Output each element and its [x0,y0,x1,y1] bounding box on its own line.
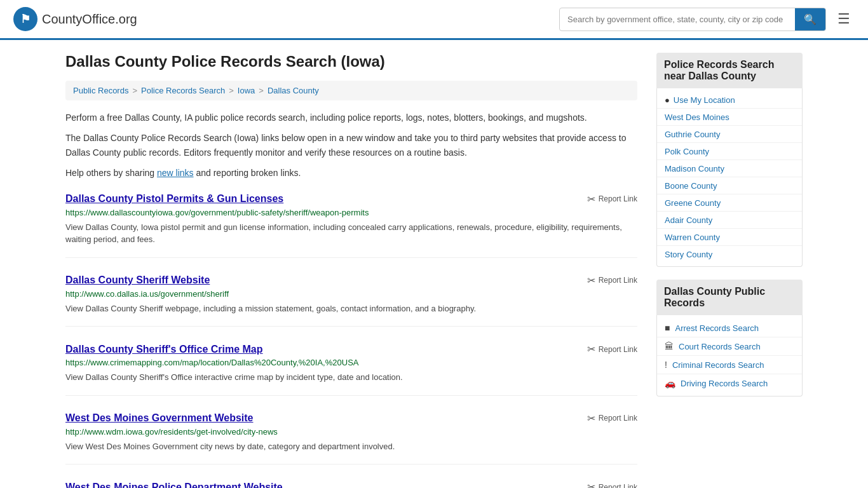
result-description: View Dallas County Sheriff's Office inte… [65,371,637,384]
result-url: https://www.dallascountyiowa.gov/governm… [65,208,637,217]
nearby-link[interactable]: Story County [665,250,712,259]
breadcrumb-iowa[interactable]: Iowa [238,86,255,95]
arrest-icon: ■ [665,323,670,333]
new-links-link[interactable]: new links [157,168,194,178]
nearby-list: ● Use My Location West Des Moines Guthri… [656,88,803,267]
main-container: Dallas County Police Records Search (Iow… [53,40,815,488]
result-description: View West Des Moines Government city new… [65,440,637,453]
nearby-link[interactable]: Polk County [665,147,709,156]
nearby-header: Police Records Search near Dallas County [656,53,803,88]
nearby-link[interactable]: Madison County [665,164,724,173]
nearby-link[interactable]: Warren County [665,233,720,242]
list-item[interactable]: Adair County [657,212,802,229]
list-item[interactable]: ! Criminal Records Search [657,356,802,374]
search-input[interactable] [560,10,795,29]
list-item[interactable]: Greene County [657,194,802,212]
nearby-link[interactable]: West Des Moines [665,112,729,122]
result-title[interactable]: Dallas County Sheriff's Office Crime Map [65,344,263,355]
result-item: Dallas County Sheriff Website ✂ Report L… [65,274,637,327]
list-item[interactable]: Guthrie County [657,126,802,143]
court-icon: 🏛 [665,341,674,351]
list-item[interactable]: West Des Moines [657,109,802,126]
result-title[interactable]: West Des Moines Police Department Websit… [65,482,283,488]
arrest-records-link[interactable]: Arrest Records Search [675,323,759,333]
result-title[interactable]: West Des Moines Government Website [65,412,253,424]
driving-icon: 🚗 [665,378,675,388]
report-link-button[interactable]: ✂ Report Link [587,343,637,355]
page-title: Dallas County Police Records Search (Iow… [65,53,637,71]
report-link-button[interactable]: ✂ Report Link [587,481,637,488]
menu-button[interactable]: ☰ [832,8,855,30]
nearby-link[interactable]: Adair County [665,215,712,225]
report-link-button[interactable]: ✂ Report Link [587,412,637,424]
result-item: Dallas County Sheriff's Office Crime Map… [65,343,637,396]
breadcrumb: Public Records > Police Records Search >… [65,81,637,100]
list-item[interactable]: Boone County [657,177,802,194]
intro-paragraph-1: Perform a free Dallas County, IA public … [65,111,637,125]
driving-records-link[interactable]: Driving Records Search [681,379,768,388]
use-location-item[interactable]: ● Use My Location [657,92,802,109]
result-description: View Dallas County Sheriff webpage, incl… [65,302,637,315]
logo-icon: ⚑ [13,6,38,32]
logo[interactable]: ⚑ CountyOffice.org [13,6,137,32]
search-bar: 🔍 [559,8,826,31]
public-records-section: Dallas County Public Records ■ Arrest Re… [656,280,803,396]
site-header: ⚑ CountyOffice.org 🔍 ☰ [0,0,868,40]
result-description: View Dallas County, Iowa pistol permit a… [65,221,637,246]
result-title[interactable]: Dallas County Sheriff Website [65,274,210,286]
result-title[interactable]: Dallas County Pistol Permits & Gun Licen… [65,193,283,205]
use-location-link[interactable]: Use My Location [674,95,735,105]
search-button[interactable]: 🔍 [795,8,825,30]
list-item[interactable]: Story County [657,246,802,262]
nearby-section: Police Records Search near Dallas County… [656,53,803,267]
breadcrumb-dallas-county[interactable]: Dallas County [268,86,319,95]
breadcrumb-public-records[interactable]: Public Records [73,86,128,95]
nearby-link[interactable]: Guthrie County [665,130,720,139]
intro-paragraph-3: Help others by sharing new links and rep… [65,166,637,180]
criminal-icon: ! [665,360,667,370]
list-item[interactable]: Madison County [657,160,802,177]
list-item[interactable]: 🏛 Court Records Search [657,337,802,356]
public-records-list: ■ Arrest Records Search 🏛 Court Records … [656,315,803,396]
result-item: West Des Moines Government Website ✂ Rep… [65,412,637,465]
list-item[interactable]: 🚗 Driving Records Search [657,374,802,392]
logo-text: CountyOffice.org [42,12,137,27]
intro-paragraph-2: The Dallas County Police Records Search … [65,131,637,159]
result-item: Dallas County Pistol Permits & Gun Licen… [65,193,637,258]
public-records-header: Dallas County Public Records [656,280,803,315]
criminal-records-link[interactable]: Criminal Records Search [672,360,764,370]
report-link-button[interactable]: ✂ Report Link [587,274,637,287]
location-icon: ● [665,95,670,105]
breadcrumb-police-records-search[interactable]: Police Records Search [141,86,225,95]
results-list: Dallas County Pistol Permits & Gun Licen… [65,193,637,488]
nearby-link[interactable]: Greene County [665,198,721,208]
sidebar: Police Records Search near Dallas County… [656,53,803,488]
result-url: http://www.co.dallas.ia.us/government/sh… [65,289,637,299]
result-url: http://www.wdm.iowa.gov/residents/get-in… [65,427,637,437]
result-item: West Des Moines Police Department Websit… [65,481,637,488]
svg-text:⚑: ⚑ [20,13,31,25]
header-right: 🔍 ☰ [559,8,855,31]
result-url: https://www.crimemapping.com/map/locatio… [65,358,637,367]
list-item[interactable]: Polk County [657,143,802,160]
list-item[interactable]: ■ Arrest Records Search [657,319,802,337]
nearby-link[interactable]: Boone County [665,181,717,191]
court-records-link[interactable]: Court Records Search [679,342,761,351]
content-area: Dallas County Police Records Search (Iow… [65,53,637,488]
report-link-button[interactable]: ✂ Report Link [587,193,637,205]
list-item[interactable]: Warren County [657,229,802,246]
